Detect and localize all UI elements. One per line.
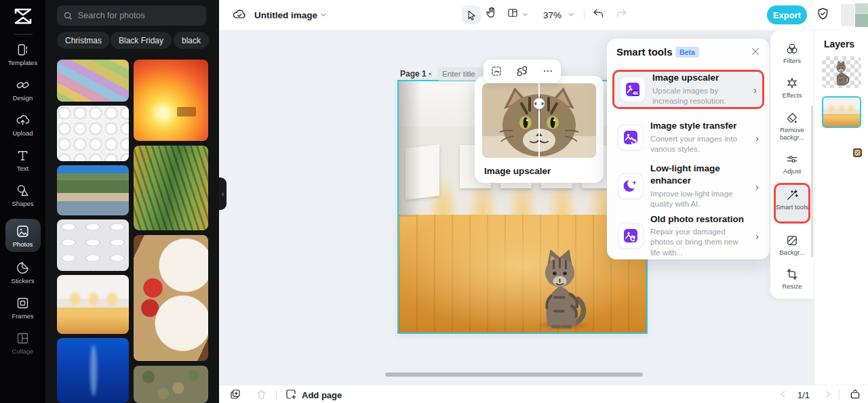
photo-thumb-lakeside-village[interactable] xyxy=(57,165,129,215)
chevron-right-icon: › xyxy=(753,84,757,96)
sidebar-item-label: Upload xyxy=(12,129,33,137)
replace-image-icon[interactable] xyxy=(516,65,528,77)
present-icon[interactable] xyxy=(848,387,862,401)
sidebar-item-label: Templates xyxy=(8,59,37,66)
top-toolbar: Untitled image 37% Export xyxy=(219,0,868,30)
document-title[interactable]: Untitled image xyxy=(254,10,317,20)
tag-black-friday[interactable]: Black Friday xyxy=(111,32,172,49)
close-icon[interactable] xyxy=(749,45,762,58)
photos-panel: Christmas Black Friday black xyxy=(45,0,219,403)
smart-tool-style-transfer[interactable]: Image style transfer Convert your images… xyxy=(612,119,764,156)
frames-icon xyxy=(16,296,30,310)
photo-thumb-cream-jars[interactable] xyxy=(134,235,208,361)
sidebar-item-label: Design xyxy=(13,94,33,102)
tool-label: Adjust xyxy=(783,168,801,175)
sidebar-item-label: Shapes xyxy=(12,200,33,207)
panel-collapse-handle[interactable]: ‹ xyxy=(219,177,226,210)
select-area-icon[interactable] xyxy=(490,65,502,77)
hand-tool-button[interactable] xyxy=(485,6,498,19)
title-chevron-down-icon[interactable] xyxy=(319,11,328,19)
sidebar-item-photos[interactable]: Photos xyxy=(5,219,41,252)
layer-thumb-room-selected[interactable] xyxy=(822,96,861,128)
tool-description: Improve low-light image quality with AI. xyxy=(650,189,749,210)
page-label: Page 1 - xyxy=(400,69,431,79)
tag-christmas[interactable]: Christmas xyxy=(57,32,110,49)
photo-thumb-gallery-room[interactable] xyxy=(57,275,129,334)
tag-black[interactable]: black xyxy=(174,32,209,49)
cat-layer[interactable] xyxy=(536,244,587,331)
photo-thumb-banknotes[interactable] xyxy=(57,60,129,102)
tool-label: Remove backgr... xyxy=(773,127,811,142)
zoom-level[interactable]: 37% xyxy=(543,10,561,20)
canvas-horizontal-scrollbar[interactable] xyxy=(385,373,643,377)
resize-icon xyxy=(785,268,799,281)
smart-tool-lowlight-enhancer[interactable]: Low-light image enhancer Improve low-lig… xyxy=(612,162,764,211)
smart-tool-old-photo-restoration[interactable]: Old photo restoration Repair your damage… xyxy=(612,216,764,255)
tool-description: Upscale images by increasing resolution. xyxy=(652,86,751,107)
collage-icon xyxy=(16,331,30,345)
sidebar-item-design[interactable]: Design xyxy=(4,78,42,102)
prev-page-icon[interactable] xyxy=(776,387,790,401)
duplicate-page-icon[interactable] xyxy=(229,387,242,401)
redo-icon[interactable] xyxy=(615,7,628,20)
photo-thumb-palm-leaf[interactable] xyxy=(134,146,208,230)
tool-filters[interactable]: Filters xyxy=(773,42,811,65)
photo-thumb-white-spheres[interactable] xyxy=(57,106,129,161)
layout-grid-icon[interactable] xyxy=(507,7,519,19)
cloud-save-icon[interactable] xyxy=(232,7,247,22)
design-icon xyxy=(16,78,30,92)
rail-scrollbar[interactable] xyxy=(811,105,813,257)
tag-label: Christmas xyxy=(65,36,102,45)
photos-icon xyxy=(16,224,30,238)
effects-icon xyxy=(785,77,799,90)
tool-label: Backgr... xyxy=(780,249,805,257)
photo-search-bar[interactable] xyxy=(57,5,206,26)
rail-divider xyxy=(14,34,33,35)
sidebar-item-label: Stickers xyxy=(12,277,35,284)
photo-thumb-pills[interactable] xyxy=(57,219,129,271)
tool-background[interactable]: Backgr... xyxy=(773,234,811,257)
tool-remove-background[interactable]: Remove backgr... xyxy=(773,111,811,142)
sidebar-item-stickers[interactable]: Stickers xyxy=(4,261,42,284)
sidebar-item-shapes[interactable]: Shapes xyxy=(4,184,42,207)
tool-title: Old photo restoration xyxy=(650,213,749,226)
tool-title: Low-light image enhancer xyxy=(650,163,749,187)
tool-resize[interactable]: Resize xyxy=(773,268,811,291)
tool-smart-tools[interactable]: Smart tools xyxy=(773,188,811,211)
layout-chevron-down-icon[interactable] xyxy=(521,11,529,18)
layers-panel: Layers xyxy=(814,30,868,385)
sidebar-item-text[interactable]: Text xyxy=(4,148,42,172)
sidebar-item-frames[interactable]: Frames xyxy=(4,296,42,320)
tool-label: Filters xyxy=(783,58,801,65)
capcut-logo[interactable] xyxy=(13,7,33,28)
search-icon xyxy=(63,11,73,21)
sidebar-item-label: Frames xyxy=(12,312,33,320)
photo-thumb-blue-water[interactable] xyxy=(57,338,129,403)
smart-tool-image-upscaler[interactable]: 4K Image upscaler Upscale images by incr… xyxy=(612,70,764,109)
delete-page-icon[interactable] xyxy=(254,387,268,401)
export-button[interactable]: Export xyxy=(767,5,807,24)
sidebar-item-templates[interactable]: Templates xyxy=(4,43,42,66)
photo-thumb-sunset-bench[interactable] xyxy=(134,60,208,141)
photo-thumb-aerial-trees[interactable] xyxy=(134,366,208,403)
tool-effects[interactable]: Effects xyxy=(773,77,811,100)
chevron-right-icon: › xyxy=(755,230,759,242)
select-tool-button[interactable] xyxy=(462,5,481,24)
tool-label: Smart tools xyxy=(776,204,808,211)
left-nav-rail: Templates Design Upload Text Shapes Phot… xyxy=(0,0,45,403)
next-page-icon[interactable] xyxy=(821,387,835,401)
add-page-label[interactable]: Add page xyxy=(302,390,342,400)
sidebar-item-collage[interactable]: Collage xyxy=(4,331,42,355)
layers-title: Layers xyxy=(824,39,854,49)
filters-icon xyxy=(785,42,799,56)
old-photo-restoration-icon xyxy=(618,223,644,249)
zoom-chevron-down-icon[interactable] xyxy=(568,11,575,18)
more-options-icon[interactable] xyxy=(542,65,554,77)
search-input[interactable] xyxy=(78,11,193,20)
add-page-icon[interactable] xyxy=(284,387,298,401)
sidebar-item-upload[interactable]: Upload xyxy=(4,113,42,137)
tool-adjust[interactable]: Adjust xyxy=(773,152,811,175)
undo-icon[interactable] xyxy=(592,7,605,20)
layer-thumb-cat[interactable] xyxy=(822,56,861,88)
shield-check-icon[interactable] xyxy=(816,7,830,21)
